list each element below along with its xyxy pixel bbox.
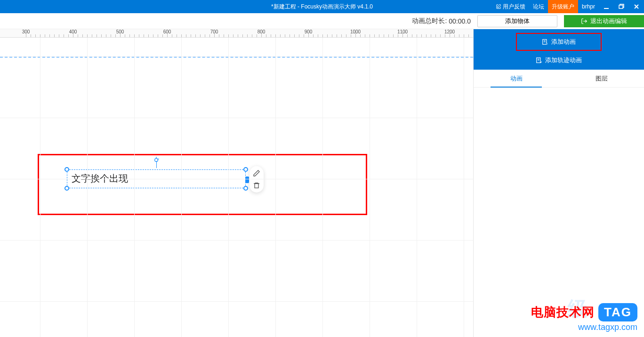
svg-rect-0 xyxy=(604,8,609,9)
exit-icon xyxy=(581,18,588,24)
maximize-icon xyxy=(619,4,624,9)
minimize-button[interactable] xyxy=(599,0,614,13)
forum-link[interactable]: 论坛 xyxy=(529,0,548,13)
feedback-link[interactable]: 用户反馈 xyxy=(492,0,529,13)
svg-rect-3 xyxy=(255,184,258,188)
panel-content xyxy=(474,88,644,337)
resize-handle-tl[interactable] xyxy=(64,167,69,172)
add-track-animation-button[interactable]: 添加轨迹动画 xyxy=(474,51,644,70)
duration-display: 动画总时长: 00:00.0 xyxy=(412,17,471,25)
duration-label: 动画总时长: xyxy=(412,17,447,25)
minimize-icon xyxy=(604,4,609,9)
canvas[interactable]: 文字挨个出现 xyxy=(0,38,473,337)
horizontal-ruler: 300400500600700800900100011001200 xyxy=(0,29,473,38)
add-track-icon xyxy=(536,57,542,64)
resize-handle-mr[interactable] xyxy=(245,177,249,183)
pencil-icon xyxy=(253,169,260,177)
panel-tabs: 动画 图层 xyxy=(474,70,644,88)
resize-handle-tr[interactable] xyxy=(243,167,248,172)
title-bar: *新建工程 - Focusky动画演示大师 v4.1.0 用户反馈 论坛 升级账… xyxy=(0,0,644,13)
exit-animation-edit-button[interactable]: 退出动画编辑 xyxy=(564,15,644,27)
canvas-wrap: 300400500600700800900100011001200 文字挨个出现 xyxy=(0,29,473,337)
upgrade-account-button[interactable]: 升级账户 xyxy=(548,0,578,13)
close-icon xyxy=(634,4,639,9)
resize-handle-bl[interactable] xyxy=(64,186,69,191)
svg-rect-1 xyxy=(619,5,623,8)
right-panel: 添加动画 添加轨迹动画 动画 图层 级 电脑技术网 TAG www.tagxp.… xyxy=(473,29,644,337)
tab-layer[interactable]: 图层 xyxy=(559,70,644,87)
delete-object-button[interactable] xyxy=(252,181,261,190)
tab-animation[interactable]: 动画 xyxy=(474,70,559,87)
duration-value: 00:00.0 xyxy=(449,17,471,25)
object-toolbar xyxy=(250,166,264,193)
toolbar: 动画总时长: 00:00.0 添加物体 退出动画编辑 xyxy=(0,13,644,29)
edit-icon xyxy=(496,4,501,9)
rotate-handle[interactable] xyxy=(153,156,160,166)
add-animation-button[interactable]: 添加动画 xyxy=(516,33,602,51)
maximize-button[interactable] xyxy=(614,0,629,13)
rotate-icon xyxy=(153,156,160,164)
edit-object-button[interactable] xyxy=(252,169,261,177)
close-button[interactable] xyxy=(629,0,644,13)
user-name[interactable]: brhpr xyxy=(578,0,599,13)
svg-point-2 xyxy=(155,159,158,162)
main-area: 300400500600700800900100011001200 文字挨个出现 xyxy=(0,29,644,337)
resize-handle-br[interactable] xyxy=(243,186,248,191)
panel-actions: 添加动画 添加轨迹动画 xyxy=(474,29,644,70)
add-object-button[interactable]: 添加物体 xyxy=(477,15,557,27)
trash-icon xyxy=(253,182,260,189)
add-animation-icon xyxy=(542,39,548,45)
